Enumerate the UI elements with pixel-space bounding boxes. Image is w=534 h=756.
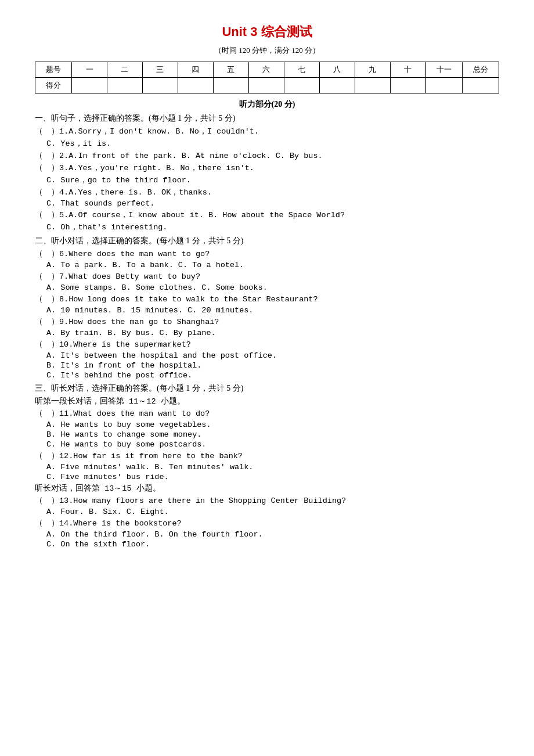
score-table-header: 一	[72, 62, 107, 78]
q9-text: （ ）9.How does the man go to Shanghai?	[35, 316, 499, 327]
score-table: 题号一二三四五六七八九十十一总分得分	[35, 62, 499, 93]
part2-title: 二、听小对话，选择正确的答案。(每小题 1 分，共计 5 分)	[35, 236, 499, 246]
q3c: C. Sure，go to the third floor.	[46, 175, 499, 185]
q4: （ ）4.A.Yes，there is. B. OK，thanks.	[35, 187, 499, 197]
q2: （ ）2.A.In front of the park. B. At nine …	[35, 150, 499, 161]
score-table-header: 十一	[425, 62, 462, 78]
q1: （ ）1.A.Sorry，I don't know. B. No，I could…	[35, 126, 499, 136]
q12-opta: A. Five minutes' walk. B. Ten minutes' w…	[46, 463, 499, 471]
score-table-header: 题号	[35, 62, 72, 78]
score-table-cell	[72, 78, 107, 93]
q13-opts: A. Four. B. Six. C. Eight.	[46, 507, 499, 516]
q11-text: （ ）11.What does the man want to do?	[35, 408, 499, 419]
subtitle: （时间 120 分钟，满分 120 分）	[35, 45, 499, 56]
score-table-cell	[390, 78, 425, 93]
score-table-cell	[355, 78, 390, 93]
score-table-header: 四	[178, 62, 213, 78]
q10-opta: A. It's between the hospital and the pos…	[46, 351, 499, 360]
score-table-cell	[425, 78, 462, 93]
q10-text: （ ）10.Where is the supermarket?	[35, 339, 499, 350]
q7-opts: A. Some stamps. B. Some clothes. C. Some…	[46, 283, 499, 292]
q14-text: （ ）14.Where is the bookstore?	[35, 518, 499, 528]
dialog2-intro: 听长对话，回答第 13～15 小题。	[35, 483, 499, 494]
q14-opta: A. On the third floor. B. On the fourth …	[46, 530, 499, 539]
score-table-header: 五	[213, 62, 248, 78]
score-table-header: 七	[284, 62, 319, 78]
q8-text: （ ）8.How long does it take to walk to th…	[35, 294, 499, 304]
q10-optb: B. It's in front of the hospital.	[46, 361, 499, 370]
q11-opta: A. He wants to buy some vegetables.	[46, 420, 499, 429]
q10-optc: C. It's behind the post office.	[46, 371, 499, 380]
q4c: C. That sounds perfect.	[46, 199, 499, 208]
q11-optc: C. He wants to buy some postcards.	[46, 440, 499, 449]
q5: （ ）5.A.Of course，I know about it. B. How…	[35, 210, 499, 220]
q11-optb: B. He wants to change some money.	[46, 430, 499, 439]
score-table-header: 十	[390, 62, 425, 78]
score-table-header: 三	[142, 62, 178, 78]
score-table-cell	[142, 78, 178, 93]
score-table-cell: 得分	[35, 78, 72, 93]
score-table-header: 总分	[462, 62, 499, 78]
score-table-cell	[213, 78, 248, 93]
score-table-header: 六	[248, 62, 284, 78]
q8-opts: A. 10 minutes. B. 15 minutes. C. 20 minu…	[46, 306, 499, 315]
score-table-header: 九	[355, 62, 390, 78]
q6-text: （ ）6.Where does the man want to go?	[35, 249, 499, 259]
part1-title: 一、听句子，选择正确的答案。(每小题 1 分，共计 5 分)	[35, 113, 499, 124]
q14-optc: C. On the sixth floor.	[46, 540, 499, 549]
score-table-cell	[462, 78, 499, 93]
score-table-cell	[284, 78, 319, 93]
q3: （ ）3.A.Yes，you're right. B. No，there isn…	[35, 163, 499, 173]
q5c: C. Oh，that's interesting.	[46, 222, 499, 232]
score-table-header: 二	[107, 62, 143, 78]
part3-title: 三、听长对话，选择正确的答案。(每小题 1 分，共计 5 分)	[35, 383, 499, 394]
score-table-header: 八	[319, 62, 355, 78]
score-table-cell	[319, 78, 355, 93]
score-table-cell	[107, 78, 143, 93]
q7-text: （ ）7.What does Betty want to buy?	[35, 271, 499, 282]
q12-optc: C. Five minutes' bus ride.	[46, 473, 499, 481]
q12-text: （ ）12.How far is it from here to the ban…	[35, 451, 499, 461]
page-title: Unit 3 综合测试	[35, 23, 499, 41]
score-table-cell	[178, 78, 213, 93]
q6-opts: A. To a park. B. To a bank. C. To a hote…	[46, 261, 499, 269]
dialog1-intro: 听第一段长对话，回答第 11～12 小题。	[35, 396, 499, 406]
listening-section-header: 听力部分(20 分)	[35, 99, 499, 110]
q1c: C. Yes，it is.	[46, 138, 499, 149]
q9-opts: A. By train. B. By bus. C. By plane.	[46, 329, 499, 337]
q13-text: （ ）13.How many floors are there in the S…	[35, 495, 499, 506]
score-table-cell	[248, 78, 284, 93]
